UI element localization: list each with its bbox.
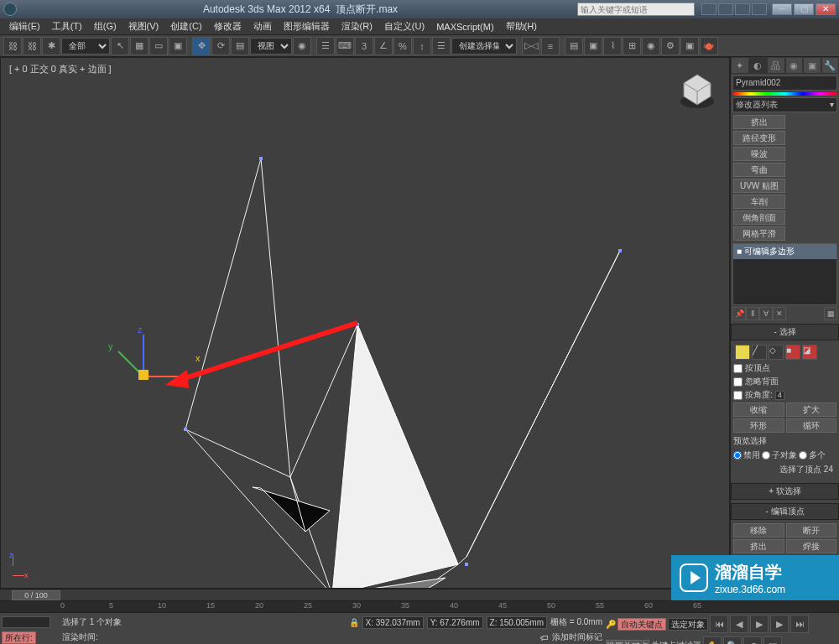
layers-icon[interactable]: ▤ bbox=[565, 37, 583, 55]
by-angle-check[interactable]: 按角度: bbox=[733, 388, 836, 402]
time-ruler[interactable]: 05101520253035404550556065 bbox=[0, 600, 839, 612]
render-icon[interactable]: 🫖 bbox=[700, 37, 718, 55]
unique-icon[interactable]: ∀ bbox=[759, 307, 773, 320]
keyboard-icon[interactable]: ⌨ bbox=[336, 37, 354, 55]
align-icon[interactable]: ≡ bbox=[541, 37, 560, 55]
menu-views[interactable]: 视图(V) bbox=[122, 20, 165, 33]
object-color-bar[interactable] bbox=[732, 92, 837, 96]
by-vertex-check[interactable]: 按顶点 bbox=[733, 361, 836, 375]
modifier-stack[interactable]: ■ 可编辑多边形 bbox=[732, 243, 837, 305]
grow-button[interactable]: 扩大 bbox=[786, 402, 837, 417]
menu-graph[interactable]: 图形编辑器 bbox=[278, 20, 336, 33]
selection-filter-dropdown[interactable]: 全部 bbox=[61, 38, 110, 55]
minimize-button[interactable]: ─ bbox=[772, 3, 792, 15]
rotate-icon[interactable]: ⟳ bbox=[211, 37, 230, 55]
mod-bevel-profile[interactable]: 倒角剖面 bbox=[733, 210, 785, 225]
rollout-select-header[interactable]: - 选择 bbox=[731, 324, 839, 340]
selected-obj-dropdown[interactable]: 选定对象 bbox=[668, 618, 708, 631]
preview-subobj-radio[interactable] bbox=[762, 451, 770, 460]
nav-orbit-icon[interactable]: ⟲ bbox=[743, 636, 762, 644]
percent-snap-icon[interactable]: % bbox=[393, 37, 412, 55]
manipulate-icon[interactable]: ☰ bbox=[316, 37, 335, 55]
preview-multi-radio[interactable] bbox=[799, 451, 807, 460]
window-cross-icon[interactable]: ▣ bbox=[169, 37, 187, 55]
display-tab-icon[interactable]: ▣ bbox=[803, 57, 821, 74]
add-time-tag[interactable]: 添加时间标记 bbox=[552, 631, 602, 643]
coord-y[interactable]: Y: 67.276mm bbox=[427, 616, 483, 629]
configure-sets-icon[interactable]: ▦ bbox=[824, 307, 837, 320]
favorite-icon[interactable] bbox=[718, 3, 733, 15]
extrude-button[interactable]: 挤出 bbox=[733, 539, 784, 553]
mod-bend[interactable]: 弯曲 bbox=[733, 163, 785, 177]
help-icon[interactable] bbox=[752, 3, 767, 15]
viewcube[interactable] bbox=[677, 70, 717, 110]
auto-key-button[interactable]: 自动关键点 bbox=[618, 618, 666, 631]
weld-button[interactable]: 焊接 bbox=[786, 539, 837, 553]
menu-modifiers[interactable]: 修改器 bbox=[208, 20, 248, 33]
mod-lathe[interactable]: 车削 bbox=[733, 195, 785, 209]
preview-off-radio[interactable] bbox=[733, 451, 742, 460]
time-tag-icon[interactable]: 🏷 bbox=[540, 633, 549, 642]
menu-maxscript[interactable]: MAXScript(M) bbox=[430, 22, 499, 32]
select-icon[interactable]: ↖ bbox=[111, 37, 129, 55]
menu-help[interactable]: 帮助(H) bbox=[500, 20, 543, 33]
key-icon[interactable]: 🔑 bbox=[606, 620, 616, 629]
mod-meshsmooth[interactable]: 网格平滑 bbox=[733, 226, 785, 241]
named-selection-dropdown[interactable]: 创建选择集 bbox=[451, 38, 517, 55]
motion-tab-icon[interactable]: ◉ bbox=[785, 57, 804, 74]
menu-tools[interactable]: 工具(T) bbox=[46, 20, 88, 33]
modify-tab-icon[interactable]: ◐ bbox=[749, 57, 768, 74]
render-frame-icon[interactable]: ▣ bbox=[680, 37, 699, 55]
unlink-icon[interactable]: ⛓ bbox=[23, 37, 41, 55]
ref-coord-dropdown[interactable]: 视图 bbox=[250, 38, 292, 55]
mod-path-deform[interactable]: 路径变形 bbox=[733, 131, 785, 145]
mod-uvw[interactable]: UVW 贴图 bbox=[733, 179, 785, 193]
settings-icon[interactable] bbox=[735, 3, 750, 15]
menu-create[interactable]: 创建(C) bbox=[164, 20, 207, 33]
nav-pan-icon[interactable]: ✋ bbox=[703, 636, 722, 644]
remove-button[interactable]: 移除 bbox=[733, 523, 784, 538]
viewport[interactable]: [ + 0 正交 0 真实 + 边面 ] z x y bbox=[0, 57, 730, 589]
pin-stack-icon[interactable]: 📌 bbox=[732, 307, 746, 320]
app-logo-icon[interactable] bbox=[3, 3, 17, 16]
curve-editor-icon[interactable]: ⌇ bbox=[603, 37, 622, 55]
shrink-button[interactable]: 收缩 bbox=[733, 402, 784, 417]
next-frame-icon[interactable]: ▶ bbox=[770, 615, 789, 633]
close-button[interactable]: ✕ bbox=[816, 3, 836, 15]
stack-item-editable-poly[interactable]: ■ 可编辑多边形 bbox=[733, 244, 836, 259]
rollout-editvert-header[interactable]: - 编辑顶点 bbox=[731, 503, 839, 520]
link-icon[interactable]: ⛓ bbox=[3, 37, 22, 55]
goto-start-icon[interactable]: ⏮ bbox=[710, 615, 728, 633]
hierarchy-tab-icon[interactable]: 品 bbox=[767, 57, 785, 74]
break-button[interactable]: 断开 bbox=[786, 523, 837, 538]
pivot-icon[interactable]: ◉ bbox=[293, 37, 311, 55]
maximize-button[interactable]: ▢ bbox=[794, 3, 814, 15]
show-end-icon[interactable]: Ⅱ bbox=[746, 307, 759, 320]
coord-x[interactable]: X: 392.037mm bbox=[362, 616, 424, 629]
polygon-mode-icon[interactable]: ■ bbox=[785, 345, 800, 360]
material-editor-icon[interactable]: ◉ bbox=[642, 37, 660, 55]
ring-button[interactable]: 环形 bbox=[733, 418, 784, 433]
menu-group[interactable]: 组(G) bbox=[88, 20, 122, 33]
nav-zoom-icon[interactable]: 🔍 bbox=[723, 636, 742, 644]
ignore-backface-check[interactable]: 忽略背面 bbox=[733, 375, 836, 388]
create-tab-icon[interactable]: ✦ bbox=[731, 57, 749, 74]
edge-mode-icon[interactable]: ╱ bbox=[752, 345, 767, 360]
remove-mod-icon[interactable]: ✕ bbox=[773, 307, 786, 320]
schematic-icon[interactable]: ⊞ bbox=[623, 37, 641, 55]
render-setup-icon[interactable]: ⚙ bbox=[661, 37, 680, 55]
menu-edit[interactable]: 编辑(E) bbox=[3, 20, 46, 33]
key-filter-label[interactable]: 关键点过滤器 bbox=[651, 640, 701, 644]
container-icon[interactable]: ▣ bbox=[584, 37, 602, 55]
utilities-tab-icon[interactable]: 🔧 bbox=[821, 57, 840, 74]
menu-animation[interactable]: 动画 bbox=[248, 20, 278, 33]
goto-end-icon[interactable]: ⏭ bbox=[790, 615, 809, 633]
snap-toggle-icon[interactable]: 3 bbox=[355, 37, 373, 55]
viewport-label[interactable]: [ + 0 正交 0 真实 + 边面 ] bbox=[9, 63, 112, 75]
scale-icon[interactable]: ▤ bbox=[231, 37, 249, 55]
time-slider-handle[interactable]: 0 / 100 bbox=[12, 590, 60, 600]
lock-icon[interactable]: 🔒 bbox=[349, 618, 359, 627]
element-mode-icon[interactable]: ◪ bbox=[802, 345, 817, 360]
vertex-mode-icon[interactable]: ∴ bbox=[735, 345, 750, 360]
border-mode-icon[interactable]: ◇ bbox=[769, 345, 784, 360]
